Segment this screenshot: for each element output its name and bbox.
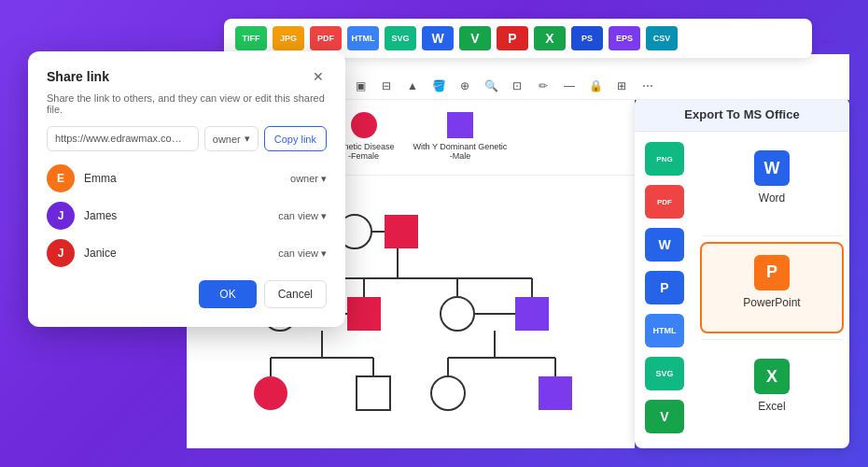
dialog-close-button[interactable]: ✕ bbox=[310, 68, 327, 85]
divider-1 bbox=[702, 235, 842, 236]
svg-rect-12 bbox=[515, 297, 549, 331]
export-mini-pdf[interactable]: PDF bbox=[645, 185, 684, 219]
export-word-button[interactable]: W Word bbox=[700, 137, 844, 230]
tool-chart[interactable]: ▲ bbox=[403, 77, 422, 95]
tool-more[interactable]: ⋯ bbox=[638, 77, 657, 95]
avatar-emma: E bbox=[47, 164, 75, 192]
share-dialog: Share link ✕ Share the link to others, a… bbox=[28, 51, 345, 327]
ok-button[interactable]: OK bbox=[199, 280, 256, 308]
svg-rect-26 bbox=[539, 376, 572, 410]
user-row-janice: J Janice can view ▾ bbox=[47, 239, 327, 267]
svg-rect-1 bbox=[385, 215, 418, 248]
tool-grid[interactable]: ⊞ bbox=[612, 77, 631, 95]
powerpoint-icon: P bbox=[754, 255, 790, 290]
cancel-button[interactable]: Cancel bbox=[264, 280, 327, 308]
arrow-indicator: ← bbox=[818, 28, 840, 54]
tool-line[interactable]: — bbox=[560, 77, 579, 95]
svg-rect-20 bbox=[357, 376, 390, 410]
link-row: https://www.edrawmax.com/online/fil owne… bbox=[47, 126, 327, 151]
export-word-label: Word bbox=[759, 191, 785, 205]
tool-container[interactable]: ▣ bbox=[351, 77, 370, 95]
dialog-header: Share link ✕ bbox=[47, 68, 327, 85]
divider-2 bbox=[702, 339, 842, 340]
tool-fill[interactable]: 🪣 bbox=[429, 77, 448, 95]
tool-table[interactable]: ⊟ bbox=[377, 77, 396, 95]
format-ps[interactable]: PS bbox=[571, 26, 603, 50]
username-janice: Janice bbox=[84, 247, 269, 260]
export-powerpoint-button[interactable]: P PowerPoint bbox=[700, 242, 844, 334]
avatar-james: J bbox=[47, 202, 75, 230]
export-panel-title: Export To MS Office bbox=[635, 98, 849, 132]
avatar-janice: J bbox=[47, 239, 75, 267]
tool-zoom[interactable]: 🔍 bbox=[482, 77, 500, 95]
tool-lock[interactable]: 🔒 bbox=[586, 77, 605, 95]
username-james: James bbox=[84, 209, 269, 222]
format-ppt[interactable]: P bbox=[497, 26, 528, 50]
export-excel-button[interactable]: X Excel bbox=[700, 346, 844, 438]
format-tiff[interactable]: TIFF bbox=[235, 26, 267, 50]
legend-circle-genetic-female bbox=[351, 112, 377, 138]
format-csv[interactable]: CSV bbox=[646, 26, 678, 50]
dialog-title: Share link bbox=[47, 69, 109, 84]
export-panel: Export To MS Office PNG PDF W P HTML SVG… bbox=[635, 98, 849, 448]
user-row-emma: E Emma owner ▾ bbox=[47, 164, 327, 192]
svg-point-10 bbox=[441, 297, 474, 331]
export-mini-visio[interactable]: V bbox=[645, 400, 684, 433]
copy-link-button[interactable]: Copy link bbox=[264, 126, 327, 151]
legend-label-dominant-male: With Y Dominant Genetic-Male bbox=[413, 142, 508, 161]
format-word[interactable]: W bbox=[422, 26, 454, 50]
format-pdf[interactable]: PDF bbox=[310, 26, 342, 50]
dialog-footer: OK Cancel bbox=[47, 280, 327, 308]
svg-point-18 bbox=[254, 376, 287, 410]
tool-fit[interactable]: ⊡ bbox=[508, 77, 526, 95]
tool-link[interactable]: ⊕ bbox=[455, 77, 474, 95]
export-mini-png[interactable]: PNG bbox=[645, 142, 684, 176]
role-emma[interactable]: owner ▾ bbox=[290, 173, 327, 185]
export-mini-html[interactable]: HTML bbox=[645, 314, 684, 347]
format-visio[interactable]: V bbox=[459, 26, 491, 50]
format-jpg[interactable]: JPG bbox=[273, 26, 304, 50]
export-mini-word[interactable]: W bbox=[645, 228, 684, 262]
legend-dominant-male: With Y Dominant Genetic-Male bbox=[413, 112, 508, 161]
svg-point-24 bbox=[431, 376, 465, 410]
dialog-subtitle: Share the link to others, and they can v… bbox=[47, 92, 327, 115]
user-row-james: J James can view ▾ bbox=[47, 202, 327, 230]
export-mini-svg[interactable]: SVG bbox=[645, 357, 684, 390]
username-emma: Emma bbox=[84, 172, 281, 185]
excel-icon: X bbox=[754, 359, 790, 394]
legend-square-dominant-male bbox=[447, 112, 473, 138]
format-eps[interactable]: EPS bbox=[609, 26, 640, 50]
export-powerpoint-label: PowerPoint bbox=[743, 296, 800, 309]
format-excel[interactable]: X bbox=[534, 26, 566, 50]
role-janice[interactable]: can view ▾ bbox=[278, 248, 327, 260]
owner-dropdown[interactable]: owner ▾ bbox=[204, 126, 259, 151]
export-mini-ppt[interactable]: P bbox=[645, 271, 684, 304]
role-james[interactable]: can view ▾ bbox=[278, 210, 327, 222]
format-svg[interactable]: SVG bbox=[385, 26, 416, 50]
export-panel-left: PNG PDF W P HTML SVG V bbox=[635, 132, 694, 444]
svg-rect-8 bbox=[347, 297, 381, 331]
export-excel-label: Excel bbox=[758, 400, 785, 413]
tool-pen[interactable]: ✏ bbox=[534, 77, 553, 95]
word-icon: W bbox=[754, 150, 790, 186]
format-html[interactable]: HTML bbox=[347, 26, 379, 50]
export-layout: PNG PDF W P HTML SVG V W Word P PowerPoi… bbox=[635, 132, 849, 444]
export-main-area: W Word P PowerPoint X Excel bbox=[694, 132, 849, 444]
link-input[interactable]: https://www.edrawmax.com/online/fil bbox=[47, 126, 199, 151]
